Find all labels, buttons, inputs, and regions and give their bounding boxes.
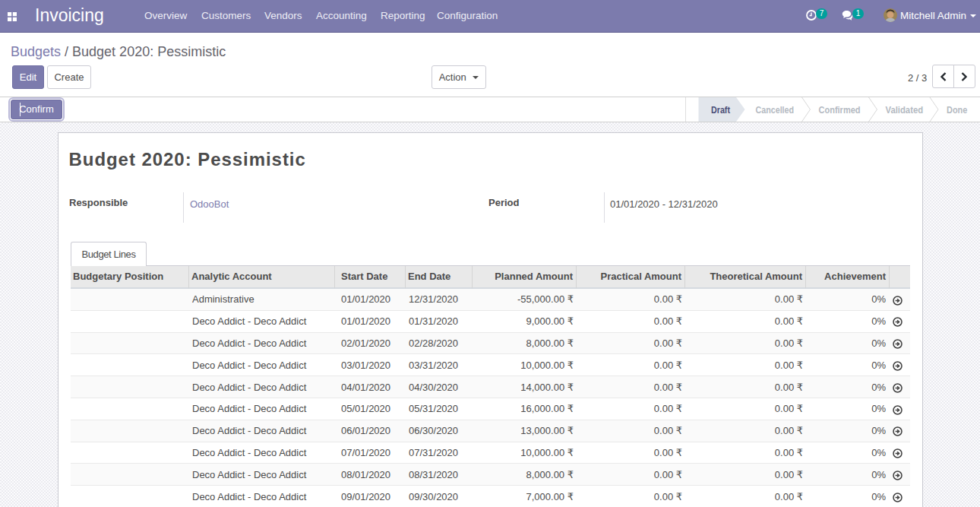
svg-text:Done: Done [947, 105, 967, 116]
svg-text:Draft: Draft [711, 105, 731, 116]
svg-text:Validated: Validated [886, 105, 924, 116]
svg-text:Cancelled: Cancelled [756, 105, 795, 116]
svg-text:Confirmed: Confirmed [819, 105, 861, 116]
